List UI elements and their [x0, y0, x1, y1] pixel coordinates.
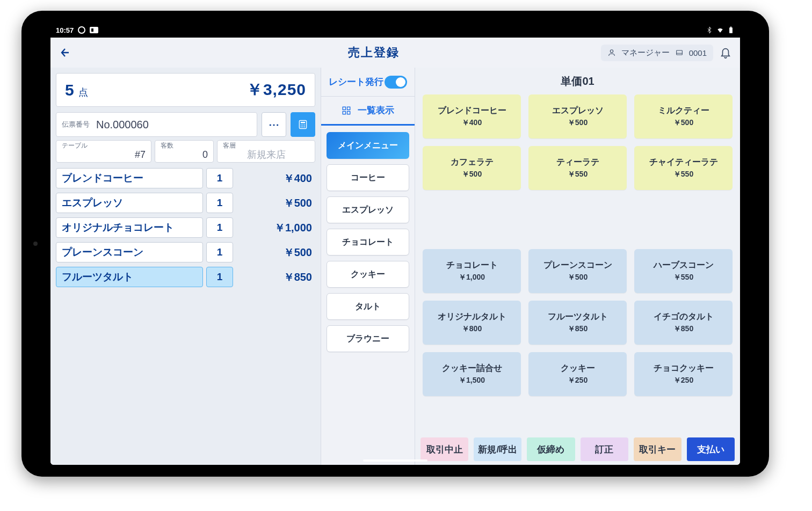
- product-name: チョコクッキー: [654, 363, 714, 374]
- product-tile[interactable]: ミルクティー￥500: [634, 94, 733, 138]
- table-label: テーブル: [62, 142, 146, 149]
- svg-rect-13: [347, 107, 350, 110]
- hold-button[interactable]: 仮締め: [527, 437, 575, 461]
- product-tile[interactable]: ティーラテ￥550: [528, 146, 627, 190]
- bluetooth-icon: [706, 26, 713, 34]
- register-icon: [675, 48, 684, 57]
- more-button[interactable]: ⋯: [262, 112, 286, 137]
- product-tile[interactable]: クッキー￥250: [528, 352, 627, 396]
- product-tile[interactable]: チョコクッキー￥250: [634, 352, 733, 396]
- product-tile[interactable]: ブレンドコーヒー￥400: [423, 94, 521, 138]
- action-bar: 取引中止 新規/呼出 仮締め 訂正 取引キー 支払い: [415, 434, 740, 465]
- bell-icon[interactable]: [720, 47, 731, 59]
- category-button[interactable]: タルト: [327, 293, 409, 320]
- pay-button[interactable]: 支払い: [687, 437, 735, 461]
- line-item[interactable]: プレーンスコーン1￥500: [56, 240, 315, 265]
- line-item-price: ￥400: [236, 171, 315, 186]
- cancel-txn-button[interactable]: 取引中止: [421, 437, 468, 461]
- list-view-label: 一覧表示: [358, 104, 394, 116]
- page-title: 売上登録: [166, 45, 581, 61]
- product-spacer: [423, 198, 521, 242]
- category-list: メインメニューコーヒーエスプレッソチョコレートクッキータルトブラウニー: [321, 126, 415, 359]
- category-button[interactable]: ブラウニー: [327, 325, 409, 352]
- product-name: ブレンドコーヒー: [438, 105, 506, 116]
- correct-button[interactable]: 訂正: [581, 437, 628, 461]
- line-item[interactable]: オリジナルチョコレート1￥1,000: [56, 215, 315, 240]
- product-name: オリジナルタルト: [438, 311, 506, 322]
- status-circle-icon: [78, 26, 85, 34]
- user-role: マネージャー: [621, 48, 670, 58]
- line-item-qty: 1: [206, 217, 233, 238]
- category-button[interactable]: コーヒー: [327, 164, 409, 191]
- svg-point-8: [304, 125, 305, 126]
- svg-rect-15: [347, 111, 350, 114]
- line-item-name: ブレンドコーヒー: [56, 168, 203, 188]
- product-tile[interactable]: エスプレッソ￥500: [528, 94, 627, 138]
- new-recall-button[interactable]: 新規/呼出: [474, 437, 521, 461]
- product-tile[interactable]: クッキー詰合せ￥1,500: [423, 352, 521, 396]
- line-item-qty: 1: [206, 193, 233, 213]
- receipt-toggle-row: レシート発行: [321, 68, 415, 97]
- user-chip[interactable]: マネージャー 0001: [601, 45, 713, 61]
- product-price: ￥500: [673, 118, 693, 128]
- category-button[interactable]: エスプレッソ: [327, 196, 409, 223]
- product-name: クッキー: [561, 363, 595, 374]
- grid-icon: [342, 106, 351, 115]
- line-item-name: フルーツタルト: [56, 267, 203, 287]
- product-tile[interactable]: ハーブスコーン￥550: [634, 249, 733, 293]
- back-arrow-icon[interactable]: [59, 46, 72, 59]
- txn-key-button[interactable]: 取引キー: [634, 437, 682, 461]
- slip-number-box[interactable]: 伝票番号 No.000060: [56, 112, 257, 137]
- guest-class-placeholder: 新規来店: [223, 149, 309, 160]
- app-header: 売上登録 マネージャー 0001: [50, 38, 740, 68]
- guest-class-label: 客層: [223, 142, 309, 149]
- slip-number-label: 伝票番号: [62, 120, 90, 129]
- product-price: ￥250: [568, 376, 588, 385]
- category-column: レシート発行 一覧表示 メインメニューコーヒーエスプレッソチョコレートクッキータ…: [321, 68, 415, 465]
- table-box[interactable]: テーブル #7: [56, 140, 151, 163]
- products-grid: ブレンドコーヒー￥400エスプレッソ￥500ミルクティー￥500カフェラテ￥50…: [415, 94, 740, 434]
- category-button[interactable]: メインメニュー: [327, 132, 409, 159]
- line-item[interactable]: ブレンドコーヒー1￥400: [56, 166, 315, 191]
- line-item-price: ￥500: [236, 196, 315, 210]
- svg-point-6: [301, 125, 302, 126]
- product-tile[interactable]: オリジナルタルト￥800: [423, 301, 521, 345]
- wifi-icon: [716, 26, 724, 34]
- line-item-name: オリジナルチョコレート: [56, 217, 203, 238]
- line-item-price: ￥850: [236, 270, 315, 284]
- product-tile[interactable]: フルーツタルト￥850: [528, 301, 627, 345]
- product-price: ￥500: [462, 170, 482, 179]
- product-tile[interactable]: カフェラテ￥500: [423, 146, 521, 190]
- category-button[interactable]: チョコレート: [327, 229, 409, 256]
- line-item[interactable]: エスプレッソ1￥500: [56, 191, 315, 215]
- status-time: 10:57: [56, 26, 74, 34]
- line-item[interactable]: フルーツタルト1￥850: [56, 265, 315, 289]
- svg-rect-1: [730, 27, 731, 28]
- keypad-button[interactable]: [291, 112, 315, 137]
- ticket-summary: 5 点 ￥3,250: [56, 73, 315, 107]
- register-no: 0001: [689, 48, 707, 57]
- product-price: ￥550: [568, 170, 588, 179]
- receipt-toggle[interactable]: [385, 76, 407, 89]
- user-icon: [607, 48, 616, 57]
- product-tile[interactable]: イチゴのタルト￥850: [634, 301, 733, 345]
- list-view-tab[interactable]: 一覧表示: [321, 97, 415, 126]
- product-name: ハーブスコーン: [654, 260, 714, 271]
- product-tile[interactable]: チャイティーラテ￥550: [634, 146, 733, 190]
- product-tile[interactable]: プレーンスコーン￥500: [528, 249, 627, 293]
- status-card-icon: [90, 27, 98, 33]
- product-tile[interactable]: チョコレート￥1,000: [423, 249, 521, 293]
- product-name: プレーンスコーン: [543, 260, 612, 271]
- android-status-bar: 10:57: [50, 23, 740, 38]
- product-price: ￥850: [568, 324, 588, 334]
- svg-point-10: [302, 126, 303, 127]
- guest-class-box[interactable]: 客層 新規来店: [217, 140, 315, 163]
- svg-rect-12: [343, 107, 345, 110]
- guests-box[interactable]: 客数 0: [155, 140, 214, 163]
- category-button[interactable]: クッキー: [327, 261, 409, 288]
- product-price: ￥1,000: [459, 273, 485, 282]
- product-name: チョコレート: [446, 260, 498, 271]
- line-item-qty: 1: [206, 267, 233, 287]
- guests-label: 客数: [161, 142, 208, 149]
- svg-rect-14: [343, 111, 345, 114]
